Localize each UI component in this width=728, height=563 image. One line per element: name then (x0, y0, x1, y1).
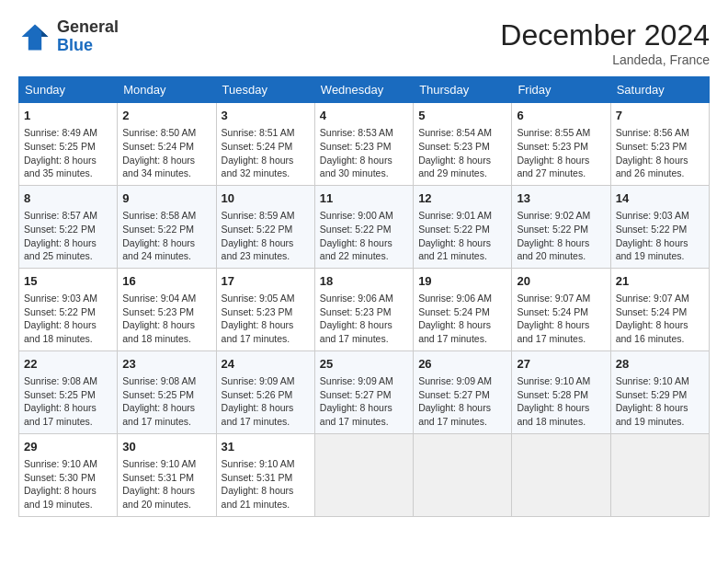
calendar-cell: 28Sunrise: 9:10 AM Sunset: 5:29 PM Dayli… (610, 350, 709, 433)
calendar-week-row: 1Sunrise: 8:49 AM Sunset: 5:25 PM Daylig… (19, 103, 710, 186)
calendar-header-saturday: Saturday (610, 77, 709, 103)
day-number: 10 (222, 190, 310, 207)
day-info: Sunrise: 9:07 AM Sunset: 5:24 PM Dayligh… (616, 292, 704, 346)
day-number: 13 (517, 190, 605, 207)
day-info: Sunrise: 9:10 AM Sunset: 5:29 PM Dayligh… (616, 374, 704, 429)
day-info: Sunrise: 8:59 AM Sunset: 5:22 PM Dayligh… (222, 209, 310, 263)
day-number: 12 (418, 190, 506, 207)
day-number: 19 (418, 273, 506, 290)
day-info: Sunrise: 9:10 AM Sunset: 5:31 PM Dayligh… (222, 457, 310, 511)
calendar-cell: 1Sunrise: 8:49 AM Sunset: 5:25 PM Daylig… (19, 103, 118, 186)
day-number: 31 (222, 439, 310, 455)
calendar-cell: 4Sunrise: 8:53 AM Sunset: 5:23 PM Daylig… (314, 103, 413, 186)
calendar-header-tuesday: Tuesday (216, 77, 314, 103)
calendar-cell (414, 433, 512, 516)
day-info: Sunrise: 9:06 AM Sunset: 5:24 PM Dayligh… (418, 292, 506, 346)
day-info: Sunrise: 9:08 AM Sunset: 5:25 PM Dayligh… (122, 374, 210, 429)
day-number: 28 (616, 356, 704, 373)
day-info: Sunrise: 9:03 AM Sunset: 5:22 PM Dayligh… (616, 209, 704, 263)
day-info: Sunrise: 9:10 AM Sunset: 5:30 PM Dayligh… (24, 457, 112, 511)
calendar-cell: 14Sunrise: 9:03 AM Sunset: 5:22 PM Dayli… (610, 185, 709, 268)
day-info: Sunrise: 8:54 AM Sunset: 5:23 PM Dayligh… (418, 126, 506, 180)
day-number: 16 (122, 273, 210, 290)
calendar-cell: 19Sunrise: 9:06 AM Sunset: 5:24 PM Dayli… (414, 268, 512, 350)
day-info: Sunrise: 9:10 AM Sunset: 5:28 PM Dayligh… (517, 374, 605, 429)
calendar-cell: 10Sunrise: 8:59 AM Sunset: 5:22 PM Dayli… (216, 185, 314, 268)
logo-icon (18, 20, 51, 53)
calendar-cell: 6Sunrise: 8:55 AM Sunset: 5:23 PM Daylig… (512, 103, 610, 186)
day-info: Sunrise: 8:58 AM Sunset: 5:22 PM Dayligh… (122, 209, 210, 263)
day-info: Sunrise: 9:00 AM Sunset: 5:22 PM Dayligh… (320, 209, 408, 263)
calendar-cell (610, 433, 709, 516)
day-number: 26 (418, 356, 506, 373)
day-number: 22 (24, 356, 112, 373)
day-info: Sunrise: 9:09 AM Sunset: 5:27 PM Dayligh… (320, 374, 408, 429)
calendar-week-row: 15Sunrise: 9:03 AM Sunset: 5:22 PM Dayli… (19, 268, 710, 350)
day-number: 25 (320, 356, 408, 373)
day-number: 15 (24, 273, 112, 290)
day-info: Sunrise: 9:02 AM Sunset: 5:22 PM Dayligh… (517, 209, 605, 263)
page-header: General Blue December 2024 Landeda, Fran… (18, 18, 710, 67)
day-info: Sunrise: 9:10 AM Sunset: 5:31 PM Dayligh… (122, 457, 210, 511)
calendar-week-row: 22Sunrise: 9:08 AM Sunset: 5:25 PM Dayli… (19, 350, 710, 433)
day-info: Sunrise: 8:51 AM Sunset: 5:24 PM Dayligh… (222, 126, 310, 180)
day-number: 30 (122, 439, 210, 455)
day-info: Sunrise: 9:03 AM Sunset: 5:22 PM Dayligh… (24, 292, 112, 346)
day-info: Sunrise: 9:06 AM Sunset: 5:23 PM Dayligh… (320, 292, 408, 346)
calendar-body: 1Sunrise: 8:49 AM Sunset: 5:25 PM Daylig… (19, 103, 710, 517)
day-number: 8 (24, 190, 112, 207)
calendar-cell: 23Sunrise: 9:08 AM Sunset: 5:25 PM Dayli… (118, 350, 216, 433)
calendar-cell (314, 433, 413, 516)
calendar-cell: 21Sunrise: 9:07 AM Sunset: 5:24 PM Dayli… (610, 268, 709, 350)
day-number: 6 (517, 108, 605, 124)
day-number: 20 (517, 273, 605, 290)
calendar-cell: 13Sunrise: 9:02 AM Sunset: 5:22 PM Dayli… (512, 185, 610, 268)
logo-text: General Blue (57, 18, 119, 55)
day-number: 9 (122, 190, 210, 207)
title-block: December 2024 Landeda, France (500, 18, 710, 67)
day-info: Sunrise: 9:01 AM Sunset: 5:22 PM Dayligh… (418, 209, 506, 263)
calendar-cell: 29Sunrise: 9:10 AM Sunset: 5:30 PM Dayli… (19, 433, 118, 516)
calendar-cell: 30Sunrise: 9:10 AM Sunset: 5:31 PM Dayli… (118, 433, 216, 516)
day-info: Sunrise: 9:08 AM Sunset: 5:25 PM Dayligh… (24, 374, 112, 429)
calendar-cell: 16Sunrise: 9:04 AM Sunset: 5:23 PM Dayli… (118, 268, 216, 350)
day-number: 27 (517, 356, 605, 373)
day-number: 18 (320, 273, 408, 290)
svg-marker-0 (22, 24, 49, 50)
calendar-week-row: 29Sunrise: 9:10 AM Sunset: 5:30 PM Dayli… (19, 433, 710, 516)
day-number: 3 (222, 108, 310, 124)
calendar-cell: 15Sunrise: 9:03 AM Sunset: 5:22 PM Dayli… (19, 268, 118, 350)
calendar-cell: 9Sunrise: 8:58 AM Sunset: 5:22 PM Daylig… (118, 185, 216, 268)
calendar-cell: 31Sunrise: 9:10 AM Sunset: 5:31 PM Dayli… (216, 433, 314, 516)
calendar-cell: 17Sunrise: 9:05 AM Sunset: 5:23 PM Dayli… (216, 268, 314, 350)
calendar-cell: 11Sunrise: 9:00 AM Sunset: 5:22 PM Dayli… (314, 185, 413, 268)
day-number: 24 (222, 356, 310, 373)
calendar-cell: 5Sunrise: 8:54 AM Sunset: 5:23 PM Daylig… (414, 103, 512, 186)
calendar-cell: 8Sunrise: 8:57 AM Sunset: 5:22 PM Daylig… (19, 185, 118, 268)
calendar-header-row: SundayMondayTuesdayWednesdayThursdayFrid… (19, 77, 710, 103)
day-info: Sunrise: 8:57 AM Sunset: 5:22 PM Dayligh… (24, 209, 112, 263)
calendar-cell: 2Sunrise: 8:50 AM Sunset: 5:24 PM Daylig… (118, 103, 216, 186)
calendar-header-wednesday: Wednesday (314, 77, 413, 103)
calendar-week-row: 8Sunrise: 8:57 AM Sunset: 5:22 PM Daylig… (19, 185, 710, 268)
calendar-cell: 7Sunrise: 8:56 AM Sunset: 5:23 PM Daylig… (610, 103, 709, 186)
calendar-table: SundayMondayTuesdayWednesdayThursdayFrid… (18, 76, 710, 517)
calendar-cell: 12Sunrise: 9:01 AM Sunset: 5:22 PM Dayli… (414, 185, 512, 268)
calendar-cell: 3Sunrise: 8:51 AM Sunset: 5:24 PM Daylig… (216, 103, 314, 186)
day-number: 2 (122, 108, 210, 124)
month-title: December 2024 (500, 18, 710, 52)
calendar-cell: 25Sunrise: 9:09 AM Sunset: 5:27 PM Dayli… (314, 350, 413, 433)
day-info: Sunrise: 8:56 AM Sunset: 5:23 PM Dayligh… (616, 126, 704, 180)
day-number: 29 (24, 439, 112, 455)
day-number: 11 (320, 190, 408, 207)
calendar-cell: 27Sunrise: 9:10 AM Sunset: 5:28 PM Dayli… (512, 350, 610, 433)
calendar-header-friday: Friday (512, 77, 610, 103)
calendar-cell (512, 433, 610, 516)
day-info: Sunrise: 9:05 AM Sunset: 5:23 PM Dayligh… (222, 292, 310, 346)
day-number: 4 (320, 108, 408, 124)
day-info: Sunrise: 9:07 AM Sunset: 5:24 PM Dayligh… (517, 292, 605, 346)
day-info: Sunrise: 9:09 AM Sunset: 5:26 PM Dayligh… (222, 374, 310, 429)
day-info: Sunrise: 9:09 AM Sunset: 5:27 PM Dayligh… (418, 374, 506, 429)
day-number: 23 (122, 356, 210, 373)
day-number: 5 (418, 108, 506, 124)
